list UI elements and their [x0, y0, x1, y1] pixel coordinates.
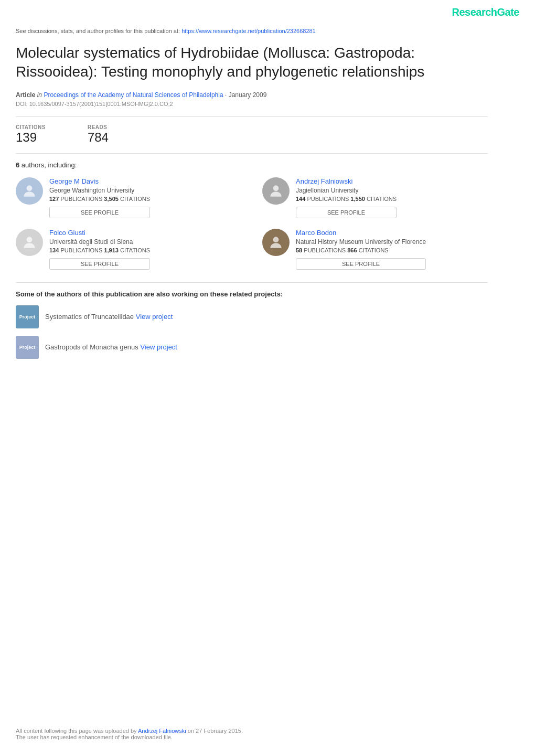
footer-line1: All content following this page was uplo…	[16, 728, 243, 734]
folco-pub-count: 134	[49, 247, 59, 253]
author-info-folco: Folco Giusti Università degli Studi di S…	[49, 229, 150, 270]
author-info-george: George M Davis George Washington Univers…	[49, 177, 150, 218]
authors-label: authors, including:	[22, 161, 77, 169]
andrzej-cit-count: 1,550	[350, 196, 365, 202]
folco-cit-label: CITATIONS	[120, 247, 150, 253]
person-icon-andrzej	[268, 183, 284, 199]
author-name-andrzej[interactable]: Andrzej Falniowski	[296, 177, 397, 185]
author-university-marco: Natural History Museum University of Flo…	[296, 238, 426, 246]
author-card-folco: Folco Giusti Università degli Studi di S…	[16, 229, 241, 270]
article-type: Article	[16, 91, 35, 99]
project-thumb-label-2: Project	[19, 345, 36, 350]
pub-date: January 2009	[229, 91, 267, 99]
marco-cit-label: CITATIONS	[359, 247, 389, 253]
svg-point-0	[27, 185, 33, 191]
journal-name: Proceedings of the Academy of Natural Sc…	[44, 91, 223, 99]
author-name-folco[interactable]: Folco Giusti	[49, 229, 150, 237]
authors-heading: 6 authors, including:	[16, 161, 488, 169]
divider-1	[16, 116, 488, 117]
project-link-2[interactable]: View project	[140, 343, 177, 351]
author-name-marco[interactable]: Marco Bodon	[296, 229, 426, 237]
divider-3	[16, 282, 488, 283]
andrzej-pub-count: 144	[296, 196, 305, 202]
folco-pub-label: PUBLICATIONS	[60, 247, 104, 253]
author-info-andrzej: Andrzej Falniowski Jagiellonian Universi…	[296, 177, 397, 218]
avatar-marco	[262, 229, 290, 256]
publication-link[interactable]: https://www.researchgate.net/publication…	[181, 28, 316, 34]
divider-2	[16, 153, 488, 154]
see-profile-andrzej[interactable]: SEE PROFILE	[296, 207, 397, 218]
project-link-1[interactable]: View project	[136, 313, 173, 321]
separator: ·	[225, 91, 229, 99]
stats-row: CITATIONS 139 READS 784	[16, 124, 488, 145]
see-profile-marco[interactable]: SEE PROFILE	[296, 258, 426, 270]
author-stats-marco: 58 PUBLICATIONS 866 CITATIONS	[296, 247, 426, 253]
reads-value: 784	[88, 130, 109, 145]
george-pub-count: 127	[49, 196, 59, 202]
project-text-truncatellidae: Systematics of Truncatellidae View proje…	[45, 313, 173, 321]
person-icon-george	[21, 183, 38, 199]
svg-point-2	[27, 237, 33, 242]
author-university-andrzej: Jagiellonian University	[296, 187, 397, 194]
george-pub-label: PUBLICATIONS	[60, 196, 104, 202]
author-name-george[interactable]: George M Davis	[49, 177, 150, 185]
project-item-gastropods: Project Gastropods of Monacha genus View…	[16, 336, 488, 359]
authors-count: 6	[16, 161, 19, 169]
marco-pub-count: 58	[296, 247, 302, 253]
related-projects-heading: Some of the authors of this publication …	[16, 290, 488, 298]
author-card-andrzej: Andrzej Falniowski Jagiellonian Universi…	[262, 177, 488, 218]
project-prefix-2: Gastropods of Monacha genus	[45, 343, 138, 351]
citations-value: 139	[16, 130, 46, 145]
top-bar: ResearchGate	[0, 0, 535, 23]
author-university-folco: Università degli Studi di Siena	[49, 238, 150, 246]
svg-point-1	[273, 185, 279, 191]
project-text-gastropods: Gastropods of Monacha genus View project	[45, 343, 177, 351]
author-stats-george: 127 PUBLICATIONS 3,505 CITATIONS	[49, 196, 150, 202]
avatar-george	[16, 177, 43, 205]
george-cit-count: 3,505	[104, 196, 119, 202]
marco-cit-count: 866	[347, 247, 357, 253]
project-thumb-label-1: Project	[19, 314, 36, 320]
author-info-marco: Marco Bodon Natural History Museum Unive…	[296, 229, 426, 270]
andrzej-cit-label: CITATIONS	[367, 196, 397, 202]
project-prefix-1: Systematics of Truncatellidae	[45, 313, 134, 321]
author-stats-folco: 134 PUBLICATIONS 1,913 CITATIONS	[49, 247, 150, 253]
project-item-truncatellidae: Project Systematics of Truncatellidae Vi…	[16, 305, 488, 328]
svg-point-3	[273, 237, 279, 242]
footer-prefix: All content following this page was uplo…	[16, 728, 137, 734]
project-thumb-gastropods: Project	[16, 336, 39, 359]
see-profile-folco[interactable]: SEE PROFILE	[49, 258, 150, 270]
researchgate-logo: ResearchGate	[452, 6, 519, 18]
see-profile-george[interactable]: SEE PROFILE	[49, 207, 150, 218]
citations-block: CITATIONS 139	[16, 124, 46, 145]
citations-label: CITATIONS	[16, 124, 46, 130]
andrzej-pub-label: PUBLICATIONS	[307, 196, 350, 202]
see-discussions: See discussions, stats, and author profi…	[16, 28, 488, 34]
george-cit-label: CITATIONS	[120, 196, 150, 202]
footer-suffix: on 27 February 2015.	[188, 728, 243, 734]
author-stats-andrzej: 144 PUBLICATIONS 1,550 CITATIONS	[296, 196, 397, 202]
author-card-marco: Marco Bodon Natural History Museum Unive…	[262, 229, 488, 270]
project-thumb-truncatellidae: Project	[16, 305, 39, 328]
person-icon-marco	[268, 234, 284, 251]
reads-block: READS 784	[88, 124, 109, 145]
author-university-george: George Washington University	[49, 187, 150, 194]
footer-name-link[interactable]: Andrzej Falniowski	[138, 728, 186, 734]
person-icon-folco	[21, 234, 38, 251]
doi: DOI: 10.1635/0097-3157(2001)151[0001:MSO…	[16, 101, 488, 107]
marco-pub-label: PUBLICATIONS	[304, 247, 347, 253]
see-discussions-text: See discussions, stats, and author profi…	[16, 28, 180, 34]
main-content: See discussions, stats, and author profi…	[0, 23, 504, 382]
reads-label: READS	[88, 124, 109, 130]
avatar-folco	[16, 229, 43, 256]
footer-line2: The user has requested enhancement of th…	[16, 734, 243, 740]
article-meta: Article in Proceedings of the Academy of…	[16, 91, 488, 99]
paper-title: Molecular systematics of Hydrobiidae (Mo…	[16, 44, 488, 82]
author-card-george: George M Davis George Washington Univers…	[16, 177, 241, 218]
in-label: in	[37, 91, 42, 99]
folco-cit-count: 1,913	[104, 247, 119, 253]
authors-grid: George M Davis George Washington Univers…	[16, 177, 488, 270]
footer: All content following this page was uplo…	[16, 728, 243, 740]
avatar-andrzej	[262, 177, 290, 205]
